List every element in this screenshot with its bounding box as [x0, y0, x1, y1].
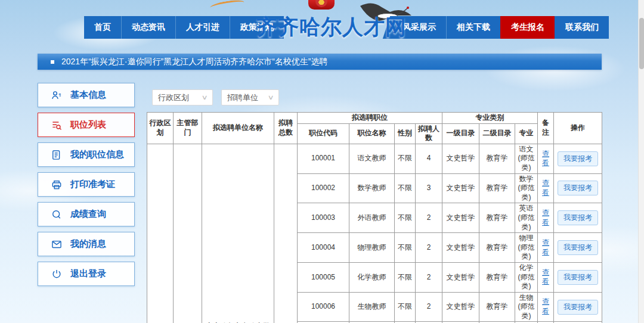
col-header-note: 备注	[538, 113, 554, 144]
view-link[interactable]: 查看	[542, 150, 549, 167]
main-nav-left: 首页动态资讯人才引进政策法规	[84, 16, 284, 39]
cell-cat2: 教育学	[479, 144, 515, 173]
group-department-cell	[174, 144, 202, 323]
bullet-icon	[51, 60, 54, 64]
position-table-body: 齐齐哈尔市实验中学25100001语文教师不限4文史哲学教育学语文(师范类)查看…	[147, 144, 602, 323]
nav-item-home[interactable]: 首页	[84, 16, 121, 39]
group-total-cell: 25	[274, 144, 298, 323]
apply-button[interactable]: 我要报考	[558, 151, 598, 166]
notice-text: 2021年“振兴龙江·邀你同行”黑龙江人才周活动齐齐哈尔市“名校优生”选聘	[61, 57, 327, 67]
sidebar-item-label: 打印准考证	[70, 179, 115, 190]
list-search-icon	[51, 119, 63, 131]
notice-banner[interactable]: 2021年“振兴龙江·邀你同行”黑龙江人才周活动齐齐哈尔市“名校优生”选聘	[38, 54, 602, 70]
cell-gender: 不限	[395, 203, 416, 233]
col-header-name: 职位名称	[349, 123, 395, 144]
sidebar-item-label: 基本信息	[70, 89, 106, 101]
user-icon	[51, 89, 63, 101]
apply-button[interactable]: 我要报考	[558, 181, 598, 195]
apply-button[interactable]: 我要报考	[558, 210, 598, 225]
cell-major: 数学(师范类)	[515, 173, 538, 203]
cell-major: 生物(师范类)	[515, 292, 538, 322]
sidebar: 基本信息职位列表我的职位信息打印准考证成绩查询我的消息退出登录	[38, 83, 135, 291]
col-header-total: 拟聘总数	[274, 113, 298, 144]
apply-button[interactable]: 我要报考	[558, 270, 598, 285]
sidebar-item-label: 我的职位信息	[70, 149, 124, 160]
filters: 行政区划 ∨ 招聘单位 ∨	[152, 89, 279, 105]
printer-icon	[51, 179, 63, 191]
col-header-cat2: 二级目录	[479, 123, 515, 144]
region-select-value: 行政区划	[158, 92, 189, 103]
sidebar-item-position-list[interactable]: 职位列表	[38, 113, 135, 137]
view-link[interactable]: 查看	[542, 179, 549, 197]
col-header-region: 行政区划	[147, 113, 174, 144]
nav-item-downloads[interactable]: 相关下载	[446, 16, 500, 39]
sidebar-item-label: 退出登录	[70, 268, 106, 279]
position-table-wrap: 行政区划 主管部门 拟选聘单位名称 拟聘总数 拟选聘职位 专业类别 备注 操作 …	[147, 112, 602, 323]
nav-item-news[interactable]: 动态资讯	[121, 16, 175, 39]
view-link[interactable]: 查看	[542, 268, 549, 286]
site-title: 齐齐哈尔人才网	[256, 13, 391, 41]
scrollbar-thumb[interactable]	[639, 18, 644, 69]
sidebar-item-label: 职位列表	[70, 119, 106, 131]
main-nav-right: 风采展示相关下载考生报名联系我们	[392, 16, 609, 39]
nav-item-contact[interactable]: 联系我们	[555, 16, 609, 39]
col-header-department: 主管部门	[174, 113, 202, 144]
scrollbar[interactable]	[638, 0, 644, 323]
cell-action: 我要报考	[554, 203, 602, 233]
employer-select[interactable]: 招聘单位 ∨	[221, 89, 279, 105]
cell-name: 外语教师	[349, 203, 395, 233]
sidebar-item-score-query[interactable]: 成绩查询	[38, 202, 135, 226]
cell-note: 查看	[538, 173, 554, 203]
cell-count: 4	[416, 144, 442, 173]
cell-count: 2	[416, 262, 442, 292]
view-link[interactable]: 查看	[542, 297, 549, 315]
employer-select-value: 招聘单位	[227, 92, 258, 103]
ribbon-decoration	[209, 0, 244, 11]
cell-gender: 不限	[395, 292, 416, 322]
view-link[interactable]: 查看	[542, 238, 549, 256]
apply-button[interactable]: 我要报考	[558, 300, 598, 315]
nav-item-candidate-signup[interactable]: 考生报名	[500, 16, 555, 39]
chevron-down-icon: ∨	[267, 94, 274, 101]
cell-cat1: 文史哲学	[442, 203, 479, 233]
nav-item-talent-intro[interactable]: 人才引进	[175, 16, 230, 39]
cell-cat1: 文史哲学	[442, 233, 479, 263]
cell-code: 100002	[298, 173, 349, 203]
cell-note: 查看	[538, 292, 554, 322]
cell-cat1: 文史哲学	[442, 262, 479, 292]
cell-gender: 不限	[395, 173, 416, 203]
cell-gender: 不限	[395, 233, 416, 263]
apply-button[interactable]: 我要报考	[558, 240, 598, 255]
col-header-major-group: 专业类别	[442, 113, 538, 124]
table-row: 齐齐哈尔市实验中学25100001语文教师不限4文史哲学教育学语文(师范类)查看…	[147, 144, 602, 173]
col-header-cat1: 一级目录	[442, 123, 479, 144]
national-emblem-image	[308, 0, 335, 10]
cell-major: 化学(师范类)	[515, 262, 538, 292]
sidebar-item-my-position-info[interactable]: 我的职位信息	[38, 142, 135, 167]
sidebar-item-logout[interactable]: 退出登录	[38, 262, 135, 286]
cell-name: 数学教师	[349, 173, 395, 203]
cell-action: 我要报考	[554, 262, 602, 292]
group-employer-cell: 齐齐哈尔市实验中学	[202, 144, 274, 323]
sidebar-item-my-messages[interactable]: 我的消息	[38, 232, 135, 256]
cell-action: 我要报考	[554, 144, 602, 173]
sidebar-item-label: 我的消息	[70, 238, 106, 250]
sidebar-item-basic-info[interactable]: 基本信息	[38, 83, 135, 107]
sidebar-item-label: 成绩查询	[70, 209, 106, 220]
cell-code: 100003	[298, 203, 349, 233]
cell-count: 3	[416, 173, 442, 203]
mail-icon	[51, 238, 63, 250]
document-icon	[51, 149, 63, 161]
col-header-code: 职位代码	[298, 123, 349, 144]
cell-code: 100006	[298, 292, 349, 322]
view-link[interactable]: 查看	[542, 209, 549, 226]
cell-note: 查看	[538, 144, 554, 173]
chevron-down-icon: ∨	[201, 94, 208, 101]
sidebar-item-print-admission-ticket[interactable]: 打印准考证	[38, 172, 135, 197]
region-select[interactable]: 行政区划 ∨	[152, 89, 213, 105]
cell-note: 查看	[538, 233, 554, 263]
cell-note: 查看	[538, 262, 554, 292]
cell-action: 我要报考	[554, 292, 602, 322]
cell-cat2: 教育学	[479, 262, 515, 292]
cell-cat2: 教育学	[479, 173, 515, 203]
